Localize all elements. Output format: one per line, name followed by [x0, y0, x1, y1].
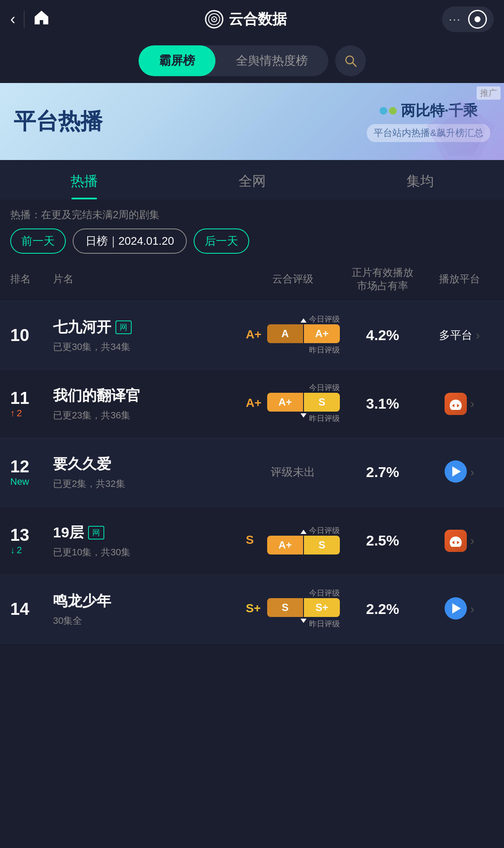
- platform-col: ›: [425, 530, 494, 552]
- tab-hot[interactable]: 热播: [0, 160, 168, 199]
- rating-area: 评级未出: [246, 465, 340, 480]
- iqiyi-platform-icon: [445, 393, 467, 415]
- filter-hint: 热播：在更及完结未满2周的剧集: [10, 208, 494, 222]
- seg-s: S: [304, 393, 340, 412]
- no-rating-text: 评级未出: [271, 465, 315, 480]
- target-icon[interactable]: [468, 10, 487, 29]
- tab-sentiment[interactable]: 全舆情热度榜: [215, 45, 328, 76]
- row-arrow[interactable]: ›: [470, 534, 474, 548]
- table-header: 排名 片名 云合评级 正片有效播放市场占有率 播放平台: [0, 257, 504, 301]
- rank-number: 13: [10, 525, 29, 545]
- header-menu[interactable]: ···: [442, 6, 494, 32]
- search-button[interactable]: [335, 45, 366, 76]
- pointer-down: [301, 413, 307, 418]
- app-logo-icon: [205, 10, 224, 29]
- header-left: ‹: [10, 9, 50, 30]
- rank-number: 14: [10, 599, 29, 619]
- prev-day-button[interactable]: 前一天: [10, 228, 66, 254]
- filter-row: 热播：在更及完结未满2周的剧集 前一天 日榜｜2024.01.20 后一天: [0, 199, 504, 257]
- row-arrow[interactable]: ›: [470, 466, 474, 479]
- brand-dot-2: [389, 107, 397, 115]
- banner-decoration: [427, 100, 495, 160]
- table-row: 13 ↓ 2 19层 网 已更10集，共30集 S 今日评级 A+ S: [0, 507, 504, 575]
- tab-all[interactable]: 全网: [168, 160, 336, 199]
- row-arrow[interactable]: ›: [470, 397, 474, 411]
- rating-area: A+ 今日评级 A A+ 昨日评级: [246, 314, 340, 357]
- show-episodes: 已更23集，共36集: [53, 409, 241, 422]
- segment-bar: S S+: [267, 598, 340, 617]
- home-icon[interactable]: [33, 9, 50, 30]
- header-name: 片名: [53, 272, 246, 286]
- rating-grade: A+: [246, 328, 263, 341]
- show-name: 七九河开: [53, 317, 111, 337]
- show-episodes: 已更2集，共32集: [53, 477, 241, 490]
- table-row: 12 New 要久久爱 已更2集，共32集 评级未出 2.7% ›: [0, 438, 504, 507]
- show-name-row: 七九河开 网: [53, 317, 241, 337]
- rating-grade: S+: [246, 602, 263, 615]
- show-name: 鸣龙少年: [53, 591, 111, 611]
- show-name: 我们的翻译官: [53, 386, 140, 406]
- pointer-down: [301, 619, 307, 623]
- table-row: 11 ↑ 2 我们的翻译官 已更23集，共36集 A+ 今日评级 A+ S: [0, 370, 504, 438]
- net-badge: 网: [115, 320, 132, 334]
- rating-area: S 今日评级 A+ S: [246, 525, 340, 556]
- brand-dots: [380, 107, 397, 115]
- brand-dot-1: [380, 107, 387, 115]
- row-arrow[interactable]: ›: [476, 329, 480, 342]
- show-name-row: 鸣龙少年: [53, 591, 241, 611]
- today-label: 今日评级: [309, 588, 340, 598]
- show-name: 19层: [53, 523, 84, 543]
- youku-platform-icon: [445, 460, 467, 484]
- next-day-button[interactable]: 后一天: [194, 228, 249, 254]
- show-info: 七九河开 网 已更30集，共34集: [53, 317, 246, 353]
- down-arrow: ↓: [10, 545, 15, 556]
- rating-top-row: S+ 今日评级 S S+ 昨日评级: [246, 588, 340, 631]
- show-episodes: 已更30集，共34集: [53, 341, 241, 353]
- rank-10: 10: [10, 326, 53, 345]
- rating-area: A+ 今日评级 A+ S 昨日评级: [246, 382, 340, 425]
- rank-number: 11: [10, 388, 29, 408]
- yest-label: 昨日评级: [309, 345, 340, 355]
- net-badge: 网: [88, 526, 104, 540]
- main-tab-bar: 霸屏榜 全舆情热度榜: [0, 39, 504, 83]
- today-label: 今日评级: [309, 314, 340, 324]
- current-date: 日榜｜2024.01.20: [73, 228, 187, 254]
- show-info: 要久久爱 已更2集，共32集: [53, 454, 246, 490]
- market-rate: 2.2%: [340, 601, 425, 617]
- change-value: 2: [17, 545, 22, 556]
- today-label: 今日评级: [309, 382, 340, 393]
- rank-13: 13 ↓ 2: [10, 525, 53, 556]
- rank-12: 12 New: [10, 457, 53, 487]
- banner-left: 平台热播: [14, 109, 367, 133]
- rank-14: 14: [10, 599, 53, 619]
- more-options-button[interactable]: ···: [449, 13, 468, 25]
- seg-a: A: [267, 324, 303, 343]
- rank-change: ↓ 2: [10, 545, 22, 556]
- row-arrow[interactable]: ›: [470, 602, 474, 616]
- rank-11: 11 ↑ 2: [10, 388, 53, 419]
- platform-col: 多平台 ›: [425, 328, 494, 343]
- show-info: 鸣龙少年 30集全: [53, 591, 246, 627]
- pointer-up: [301, 318, 307, 323]
- content-tab-bar: 热播 全网 集均: [0, 160, 504, 199]
- rank-number: 10: [10, 326, 29, 345]
- banner: 平台热播 两比特·千乘 平台站内热播&飙升榜汇总 推广: [0, 83, 504, 160]
- platform-col: ›: [425, 460, 494, 484]
- rating-bars: S S+: [267, 598, 340, 617]
- platform-col: ›: [425, 597, 494, 621]
- platform-name: 多平台: [439, 328, 472, 343]
- rating-bars: A+ S: [267, 393, 340, 412]
- seg-aplus: A+: [267, 536, 303, 554]
- pointer-up: [301, 530, 307, 534]
- header-divider: [24, 11, 24, 28]
- rating-bars: A+ S: [267, 536, 340, 554]
- header-rank: 排名: [10, 272, 53, 286]
- tab-baping[interactable]: 霸屏榜: [139, 45, 215, 76]
- rating-bars: A A+: [267, 324, 340, 343]
- market-rate: 2.7%: [340, 464, 425, 480]
- rating-area: S+ 今日评级 S S+ 昨日评级: [246, 588, 340, 631]
- header-rating: 云合评级: [246, 272, 340, 286]
- segment-bar: A+ S: [267, 536, 340, 554]
- tab-avg[interactable]: 集均: [336, 160, 504, 199]
- back-button[interactable]: ‹: [10, 10, 15, 28]
